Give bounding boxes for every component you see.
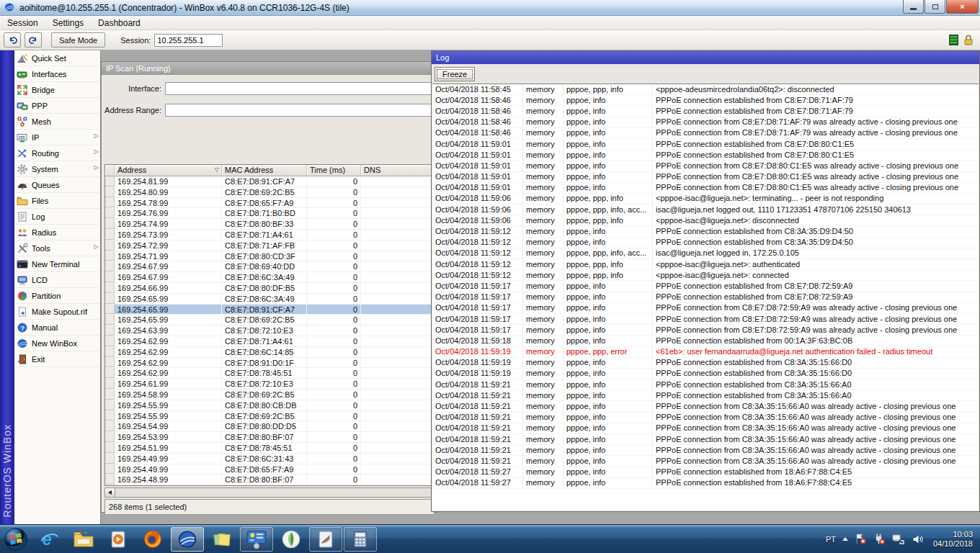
table-row[interactable]: 169.254.67.99C8:E7:D8:69:40:DD0 xyxy=(105,261,434,272)
table-row[interactable]: 169.254.65.99C8:E7:D8:6C:3A:490 xyxy=(105,294,434,305)
sidebar-item-mesh[interactable]: Mesh xyxy=(14,114,100,130)
sidebar-item-exit[interactable]: Exit xyxy=(14,351,100,367)
sidebar-item-manual[interactable]: ? Manual xyxy=(14,320,100,336)
show-hidden-icon[interactable] xyxy=(842,537,848,541)
taskbar-calculator[interactable] xyxy=(344,527,377,552)
sidebar-item-new-winbox[interactable]: New WinBox xyxy=(14,336,100,351)
log-row[interactable]: Oct/04/2018 11:59:27memorypppoe, infoPPP… xyxy=(432,478,979,489)
table-row[interactable]: 169.254.54.99C8:E7:D8:80:DD:D50 xyxy=(105,421,434,432)
table-row[interactable]: 169.254.49.99C8:E7:D8:65:F7:A90 xyxy=(105,464,434,475)
log-row[interactable]: Oct/04/2018 11:59:06memorypppoe, ppp, in… xyxy=(432,215,979,226)
sidebar-item-new-terminal[interactable]: >_ New Terminal xyxy=(14,256,100,272)
taskbar-sticky-notes[interactable] xyxy=(205,527,239,552)
log-row[interactable]: Oct/04/2018 11:59:12memorypppoe, infoPPP… xyxy=(432,238,979,248)
table-row[interactable]: 169.254.65.99C8:E7:D8:69:2C:B50 xyxy=(105,315,434,325)
taskbar-document-app[interactable] xyxy=(309,527,342,552)
ipscan-horizontal-scrollbar[interactable] xyxy=(104,487,435,498)
log-row[interactable]: Oct/04/2018 11:58:46memorypppoe, infoPPP… xyxy=(432,95,979,106)
volume-icon[interactable] xyxy=(912,534,924,545)
log-row[interactable]: Oct/04/2018 11:59:01memorypppoe, infoPPP… xyxy=(432,183,979,194)
log-row[interactable]: Oct/04/2018 11:59:12memorypppoe, ppp, in… xyxy=(432,259,979,270)
action-center-flag-icon[interactable] xyxy=(855,533,867,545)
log-row[interactable]: Oct/04/2018 11:59:21memorypppoe, infoPPP… xyxy=(432,401,979,412)
table-row[interactable]: 169.254.61.99C8:E7:D8:72:10:E30 xyxy=(105,379,434,390)
log-row[interactable]: Oct/04/2018 11:59:17memorypppoe, infoPPP… xyxy=(432,325,979,336)
close-button[interactable]: × xyxy=(946,0,979,14)
redo-button[interactable] xyxy=(24,32,42,48)
sidebar-item-radius[interactable]: Radius xyxy=(14,225,100,240)
log-titlebar[interactable]: Log xyxy=(432,51,979,64)
scroll-left-arrow-icon[interactable] xyxy=(105,488,115,497)
menu-session[interactable]: Session xyxy=(7,18,38,28)
undo-button[interactable] xyxy=(4,32,21,48)
log-row[interactable]: Oct/04/2018 11:58:46memorypppoe, infoPPP… xyxy=(432,128,979,139)
log-row[interactable]: Oct/04/2018 11:59:21memorypppoe, infoPPP… xyxy=(432,379,979,390)
table-row[interactable]: 169.254.62.99C8:E7:D8:71:A4:610 xyxy=(105,336,434,347)
restore-button[interactable] xyxy=(925,0,945,14)
log-row[interactable]: Oct/04/2018 11:59:18memorypppoe, infoPPP… xyxy=(432,336,979,346)
menu-settings[interactable]: Settings xyxy=(53,18,84,28)
interface-input[interactable] xyxy=(165,82,437,95)
log-row[interactable]: Oct/04/2018 11:59:12memorypppoe, ppp, in… xyxy=(432,270,979,281)
table-row[interactable]: 169.254.67.99C8:E7:D8:6C:3A:490 xyxy=(105,272,434,283)
sidebar-item-routing[interactable]: Routing ▷ xyxy=(14,145,100,161)
sidebar-item-files[interactable]: Files xyxy=(14,193,100,209)
log-row[interactable]: Oct/04/2018 11:59:19memorypppoe, infoPPP… xyxy=(432,358,979,369)
table-row[interactable]: 169.254.81.99C8:E7:D8:91:CF:A70 xyxy=(105,176,434,187)
clock[interactable]: 10:03 04/10/2018 xyxy=(930,530,973,549)
language-indicator[interactable]: PT xyxy=(826,535,836,544)
minimize-button[interactable] xyxy=(903,0,924,14)
table-row[interactable]: 169.254.76.99C8:E7:D8:71:B0:BD0 xyxy=(105,208,434,219)
log-row[interactable]: Oct/04/2018 11:59:17memorypppoe, infoPPP… xyxy=(432,314,979,325)
taskbar-winbox[interactable] xyxy=(171,527,204,552)
table-row[interactable]: 169.254.55.99C8:E7:D8:80:CB:DB0 xyxy=(105,400,434,411)
taskbar-firefox[interactable] xyxy=(136,527,169,552)
taskbar-corel[interactable] xyxy=(275,527,308,552)
address-range-input[interactable] xyxy=(165,104,437,117)
table-row[interactable]: 169.254.65.99C8:E7:D8:91:CF:A70 xyxy=(105,305,434,315)
log-row[interactable]: Oct/04/2018 11:59:27memorypppoe, infoPPP… xyxy=(432,467,979,478)
log-row[interactable]: Oct/04/2018 11:59:01memorypppoe, infoPPP… xyxy=(432,150,979,161)
log-row[interactable]: Oct/04/2018 11:59:01memorypppoe, infoPPP… xyxy=(432,139,979,150)
log-row[interactable]: Oct/04/2018 11:59:19memorypppoe, infoPPP… xyxy=(432,369,979,379)
table-row[interactable]: 169.254.51.99C8:E7:D8:78:45:510 xyxy=(105,443,434,454)
table-row[interactable]: 169.254.48.99C8:E7:D8:80:BF:070 xyxy=(105,475,434,485)
power-plug-icon[interactable] xyxy=(873,533,886,545)
log-row[interactable]: Oct/04/2018 11:58:45memorypppoe, ppp, in… xyxy=(432,84,979,95)
log-row[interactable]: Oct/04/2018 11:59:01memorypppoe, infoPPP… xyxy=(432,172,979,183)
sidebar-item-bridge[interactable]: Bridge xyxy=(14,82,100,98)
sidebar-item-queues[interactable]: Queues xyxy=(14,177,100,193)
taskbar-internet-explorer[interactable]: e xyxy=(32,527,66,552)
sidebar-item-make-supout[interactable]: Make Supout.rif xyxy=(14,304,100,320)
session-input[interactable] xyxy=(154,34,223,47)
table-row[interactable]: 169.254.58.99C8:E7:D8:69:2C:B50 xyxy=(105,390,434,400)
column-header-mac[interactable]: MAC Address xyxy=(222,165,307,176)
table-row[interactable]: 169.254.78.99C8:E7:D8:65:F7:A90 xyxy=(105,198,434,209)
table-row[interactable]: 169.254.73.99C8:E7:D8:71:A4:610 xyxy=(105,230,434,240)
table-row[interactable]: 169.254.62.99C8:E7:D8:78:45:510 xyxy=(105,368,434,379)
table-row[interactable]: 169.254.71.99C8:E7:D8:80:CD:3F0 xyxy=(105,251,434,262)
table-row[interactable]: 169.254.55.99C8:E7:D8:69:2C:B50 xyxy=(105,411,434,422)
column-header-time[interactable]: Time (ms) xyxy=(307,165,361,176)
log-row[interactable]: Oct/04/2018 11:59:21memorypppoe, infoPPP… xyxy=(432,456,979,467)
log-row[interactable]: Oct/04/2018 11:59:21memorypppoe, infoPPP… xyxy=(432,434,979,445)
sidebar-item-ppp[interactable]: PPP xyxy=(14,98,100,114)
log-row[interactable]: Oct/04/2018 11:59:21memorypppoe, infoPPP… xyxy=(432,445,979,456)
selector-column-header[interactable] xyxy=(105,165,115,176)
log-row[interactable]: Oct/04/2018 11:59:12memorypppoe, infoPPP… xyxy=(432,226,979,237)
sidebar-item-tools[interactable]: Tools ▷ xyxy=(14,240,100,256)
log-row[interactable]: Oct/04/2018 11:59:17memorypppoe, infoPPP… xyxy=(432,303,979,314)
network-icon[interactable] xyxy=(892,534,905,545)
taskbar-media-player[interactable] xyxy=(102,527,135,552)
log-row[interactable]: Oct/04/2018 11:59:12memorypppoe, ppp, in… xyxy=(432,248,979,259)
log-row[interactable]: Oct/04/2018 11:59:06memorypppoe, ppp, in… xyxy=(432,204,979,215)
ipscan-titlebar[interactable]: IP Scan (Running) xyxy=(102,62,437,75)
log-row[interactable]: Oct/04/2018 11:59:21memorypppoe, infoPPP… xyxy=(432,390,979,401)
log-row[interactable]: Oct/04/2018 11:58:46memorypppoe, infoPPP… xyxy=(432,117,979,128)
sidebar-item-lcd[interactable]: LCD xyxy=(14,272,100,288)
log-row-error[interactable]: Oct/04/2018 11:59:19memorypppoe, ppp, er… xyxy=(432,347,979,358)
log-row[interactable]: Oct/04/2018 11:59:17memorypppoe, infoPPP… xyxy=(432,281,979,292)
start-button[interactable] xyxy=(0,525,32,553)
sidebar-item-ip[interactable]: 255 IP ▷ xyxy=(14,130,100,145)
sidebar-item-interfaces[interactable]: Interfaces xyxy=(14,66,100,82)
